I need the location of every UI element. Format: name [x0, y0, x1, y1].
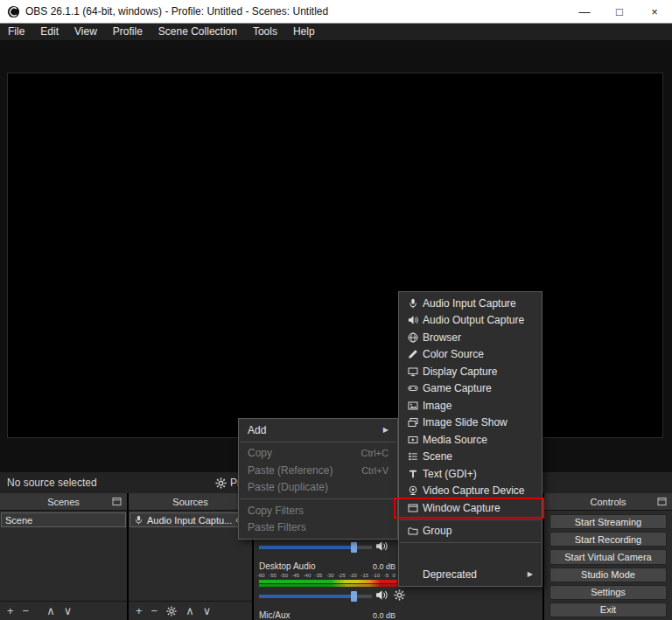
sources-toolbar: + − ∧ ∨ — [129, 601, 252, 620]
scenes-dock: Scenes Scene + − ∧ ∨ — [0, 493, 127, 620]
image-icon — [408, 401, 423, 411]
folder-icon — [408, 526, 423, 536]
submenu-item-audio-input-capture[interactable]: Audio Input Capture — [399, 295, 542, 312]
context-menu-paste-filters-label: Paste Filters — [248, 521, 306, 533]
submenu-item-label: Media Source — [423, 434, 487, 446]
paint-brush-icon — [408, 349, 423, 359]
source-properties-gear-icon[interactable] — [166, 606, 177, 617]
menu-view[interactable]: View — [66, 24, 105, 40]
submenu-item-deprecated[interactable]: Deprecated ▶ — [399, 566, 542, 583]
remove-source-icon[interactable]: − — [151, 605, 158, 617]
shortcut-label: Ctrl+V — [361, 465, 388, 476]
submenu-arrow-icon: ▶ — [528, 570, 533, 578]
start-virtual-camera-button[interactable]: Start Virtual Camera — [550, 549, 667, 564]
context-menu-paste-duplicate[interactable]: Paste (Duplicate) — [239, 479, 397, 497]
submenu-item-label: Video Capture Device — [423, 484, 525, 497]
scene-list-icon — [408, 451, 423, 462]
context-menu-paste-reference-label: Paste (Reference) — [248, 464, 332, 477]
close-button[interactable]: × — [637, 0, 672, 23]
slideshow-icon — [408, 417, 423, 428]
speaker-icon[interactable] — [375, 540, 388, 552]
volume-slider[interactable] — [259, 546, 372, 549]
settings-button[interactable]: Settings — [550, 585, 667, 600]
move-source-up-icon[interactable]: ∧ — [186, 605, 194, 617]
mic-icon — [134, 515, 144, 525]
controls-buttons: Start Streaming Start Recording Start Vi… — [544, 511, 672, 620]
dock-menu-icon[interactable] — [112, 497, 122, 506]
window-title: OBS 26.1.1 (64-bit, windows) - Profile: … — [25, 5, 328, 17]
preview-canvas[interactable] — [7, 73, 663, 438]
context-menu-copy-filters[interactable]: Copy Filters — [239, 502, 397, 519]
scene-list-item[interactable]: Scene — [1, 512, 126, 527]
menu-profile[interactable]: Profile — [105, 24, 150, 40]
menu-scene-collection[interactable]: Scene Collection — [150, 24, 245, 40]
dock-menu-icon[interactable] — [657, 497, 667, 506]
speaker-icon[interactable] — [375, 589, 388, 601]
submenu-item-scene[interactable]: Scene — [399, 449, 542, 466]
menu-separator — [400, 542, 541, 543]
sources-list: Audio Input Captu... — [129, 511, 252, 601]
context-menu-copy-label: Copy — [248, 447, 272, 459]
sources-dock-title: Sources — [172, 497, 207, 507]
menubar: File Edit View Profile Scene Collection … — [0, 24, 672, 40]
volume-meter — [259, 580, 397, 587]
exit-button[interactable]: Exit — [550, 603, 667, 617]
move-scene-down-icon[interactable]: ∨ — [64, 605, 73, 617]
submenu-item-media-source[interactable]: Media Source — [399, 431, 542, 449]
maximize-button[interactable]: □ — [602, 0, 637, 23]
studio-mode-button[interactable]: Studio Mode — [550, 568, 667, 582]
mic-icon — [408, 298, 423, 309]
volume-slider[interactable] — [259, 595, 372, 598]
channel-settings-gear-icon[interactable] — [394, 589, 405, 601]
remove-scene-icon[interactable]: − — [23, 605, 30, 617]
submenu-item-game-capture[interactable]: Game Capture — [399, 380, 542, 398]
sources-dock: Sources Audio Input Captu... — [129, 493, 252, 620]
submenu-item-audio-output-capture[interactable]: Audio Output Capture — [399, 312, 542, 330]
menu-help[interactable]: Help — [285, 24, 323, 40]
context-menu-paste-filters[interactable]: Paste Filters — [239, 519, 397, 537]
submenu-item-text-gdi[interactable]: Text (GDI+) — [399, 465, 542, 483]
minimize-button[interactable]: — — [567, 0, 602, 23]
submenu-item-window-capture[interactable]: Window Capture — [399, 499, 542, 517]
shortcut-label: Ctrl+C — [361, 448, 388, 458]
scenes-dock-header[interactable]: Scenes — [0, 493, 127, 511]
source-list-item[interactable]: Audio Input Captu... — [130, 512, 251, 527]
sources-dock-header[interactable]: Sources — [129, 493, 252, 511]
menu-file[interactable]: File — [0, 24, 32, 40]
add-source-icon[interactable]: + — [136, 605, 143, 617]
submenu-item-label: Game Capture — [423, 382, 492, 394]
menu-edit[interactable]: Edit — [32, 24, 66, 40]
submenu-item-label: Audio Output Capture — [423, 314, 524, 326]
start-streaming-button[interactable]: Start Streaming — [550, 514, 667, 529]
add-scene-icon[interactable]: + — [7, 605, 14, 617]
controls-dock-header[interactable]: Controls — [544, 493, 672, 511]
submenu-item-image[interactable]: Image — [399, 397, 542, 414]
context-menu-add-label: Add — [248, 424, 266, 436]
mixer-channel-name: Mic/Aux — [259, 610, 290, 620]
submenu-item-label: Text (GDI+) — [423, 468, 477, 480]
submenu-item-group[interactable]: Group — [399, 523, 542, 540]
sources-context-menu: Add ▶ Copy Ctrl+C Paste (Reference) Ctrl… — [238, 418, 398, 540]
menu-separator — [240, 498, 396, 499]
context-menu-add[interactable]: Add ▶ — [239, 421, 397, 439]
add-submenu: Audio Input Capture Audio Output Capture… — [398, 291, 542, 587]
submenu-item-label: Deprecated — [423, 568, 477, 581]
submenu-item-display-capture[interactable]: Display Capture — [399, 363, 542, 380]
context-menu-copy[interactable]: Copy Ctrl+C — [239, 445, 397, 463]
submenu-item-image-slide-show[interactable]: Image Slide Show — [399, 414, 542, 432]
scenes-list: Scene — [0, 511, 127, 601]
move-scene-up-icon[interactable]: ∧ — [46, 605, 55, 617]
submenu-item-video-capture-device[interactable]: Video Capture Device — [399, 483, 542, 500]
menu-tools[interactable]: Tools — [245, 24, 285, 40]
preview-area — [0, 40, 672, 472]
mixer-scale: -60-55-50-45-40-35-30-25-20-15-10-50 — [257, 573, 396, 578]
submenu-item-color-source[interactable]: Color Source — [399, 346, 542, 364]
scenes-dock-title: Scenes — [47, 497, 80, 507]
move-source-down-icon[interactable]: ∨ — [203, 605, 212, 617]
mixer-channel-name: Desktop Audio — [259, 561, 316, 571]
context-menu-paste-reference[interactable]: Paste (Reference) Ctrl+V — [239, 462, 397, 479]
submenu-item-browser[interactable]: Browser — [399, 329, 542, 346]
controls-dock: Controls Start Streaming Start Recording… — [544, 493, 672, 620]
start-recording-button[interactable]: Start Recording — [550, 532, 667, 547]
submenu-item-label: Audio Input Capture — [423, 297, 516, 310]
